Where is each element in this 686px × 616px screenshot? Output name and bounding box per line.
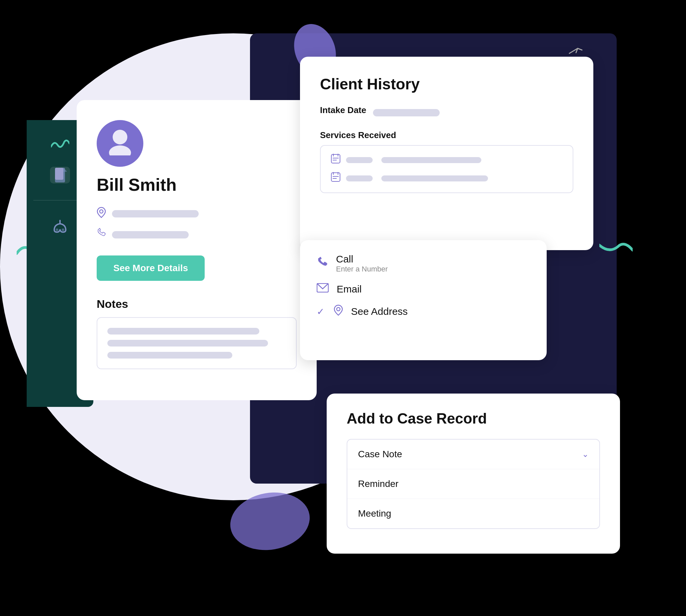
dropdown-item-reminder[interactable]: Reminder [347,469,599,499]
svg-point-8 [109,146,131,155]
location-icon [97,207,106,220]
contact-card: Call Enter a Number Email ✓ See Address [300,240,547,360]
profile-card: Bill Smith See More Details Notes [77,100,317,400]
service-row-1 [331,154,563,166]
see-address-label: See Address [351,306,408,317]
phone-icon [97,228,106,241]
call-icon [317,257,328,270]
avatar-icon [105,126,135,162]
checkmark-icon: ✓ [317,306,324,317]
sidebar-item-documents[interactable] [50,167,70,183]
sidebar-item-health[interactable] [50,217,70,234]
note-line-3 [107,352,232,358]
phone-row [97,228,297,241]
services-box [320,145,573,193]
svg-rect-10 [331,154,340,163]
phone-bar [112,231,189,239]
address-location-icon [334,305,343,318]
notes-box [97,317,297,369]
deco-link-icon [566,47,586,62]
avatar [97,120,143,167]
email-icon [317,283,329,295]
service-icon-1 [331,154,341,166]
dropdown-item-meeting[interactable]: Meeting [347,499,599,528]
intake-date-label: Intake Date [320,105,366,115]
svg-point-1 [227,488,313,555]
note-line-2 [107,340,268,347]
service-bar-1b [381,157,481,163]
svg-point-5 [56,228,58,231]
call-row[interactable]: Call Enter a Number [317,254,530,273]
case-record-card: Add to Case Record Case Note ⌄ Reminder … [327,394,620,554]
see-more-button[interactable]: See More Details [97,256,205,281]
svg-point-7 [113,130,127,145]
reminder-label: Reminder [358,479,398,489]
history-title: Client History [320,75,573,93]
service-bar-2a [346,175,373,181]
svg-point-9 [100,210,103,213]
svg-marker-4 [63,168,67,172]
svg-rect-15 [331,173,340,181]
call-label: Call [336,254,353,264]
note-line-1 [107,328,259,334]
chevron-down-icon: ⌄ [582,449,589,459]
address-bar [112,210,199,217]
service-bar-1a [346,157,373,163]
service-icon-2 [331,172,341,184]
notes-label: Notes [97,298,297,310]
call-sublabel: Enter a Number [336,265,388,273]
service-row-2 [331,172,563,184]
sidebar-item-dashboard[interactable] [50,137,70,153]
email-row[interactable]: Email [317,283,530,295]
intake-date-row: Intake Date [320,105,573,120]
intake-date-value [373,109,440,116]
svg-point-21 [337,308,340,311]
see-address-row[interactable]: ✓ See Address [317,305,530,318]
case-record-title: Add to Case Record [347,410,600,427]
address-row [97,207,297,220]
services-received-label: Services Received [320,130,573,140]
case-record-dropdown: Case Note ⌄ Reminder Meeting [347,439,600,529]
svg-point-6 [62,228,64,231]
deco-purple-bottom [227,488,313,556]
client-name: Bill Smith [97,175,297,195]
dropdown-item-case-note[interactable]: Case Note ⌄ [347,440,599,469]
history-card: Client History Intake Date Services Rece… [300,57,593,250]
deco-teal-right [599,240,633,262]
email-label: Email [337,284,362,295]
call-label-group: Call Enter a Number [336,254,388,273]
case-note-label: Case Note [358,449,402,460]
service-bar-2b [381,175,488,181]
svg-rect-3 [55,168,63,180]
meeting-label: Meeting [358,508,391,519]
